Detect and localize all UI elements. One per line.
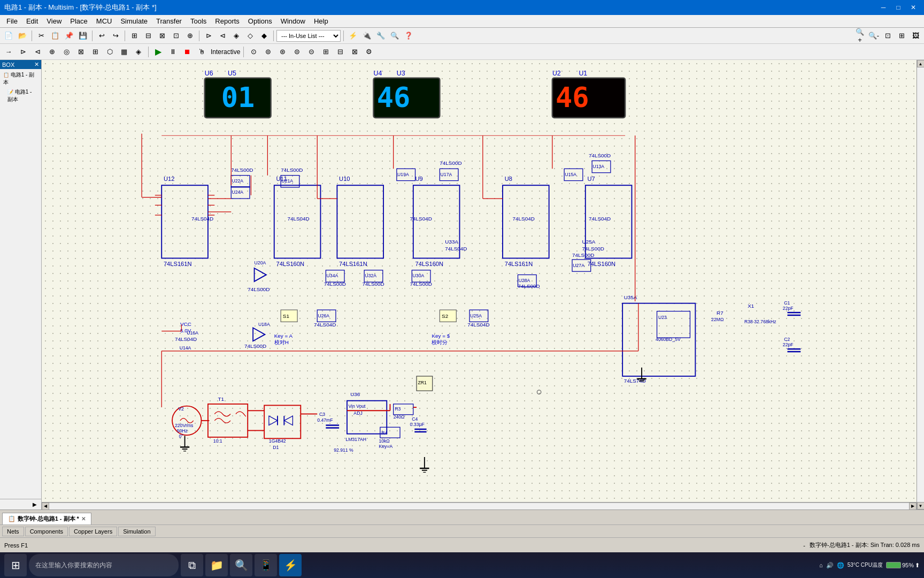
svg-text:U28A: U28A [519,278,530,283]
tb-s6[interactable]: ⊞ [89,45,102,58]
new-btn[interactable]: 📄 [2,29,15,42]
sim-btn1[interactable]: ⊙ [247,45,260,58]
tb-icon8[interactable]: ◈ [230,29,243,42]
tb-icon4[interactable]: ⊡ [170,29,182,42]
title-bar: 电路1 - 副本 - Multisim - [数字钟-总电路1 - 副本 *] … [0,0,924,15]
tb-icon12[interactable]: 🔌 [360,29,373,42]
sidebar-item-circuit1[interactable]: 📋 电路1 - 副本 [1,70,40,87]
interactive-mode-btn[interactable]: 🖱 [195,45,208,58]
tb-s1[interactable]: ⊳ [17,45,29,58]
sim-btn2[interactable]: ⊚ [261,45,274,58]
app-btn[interactable]: ⚡ [279,554,302,576]
scroll-right-btn[interactable]: ▶ [909,503,917,510]
undo-btn[interactable]: ↩ [95,29,108,42]
scroll-down-btn[interactable]: ▼ [917,502,925,509]
tb-s8[interactable]: ▦ [118,45,130,58]
scroll-track[interactable] [49,503,909,509]
tb-s9[interactable]: ◈ [132,45,145,58]
paste-btn[interactable]: 📌 [63,29,75,42]
menu-transfer[interactable]: Transfer [152,15,186,27]
svg-text:92.911 %: 92.911 % [334,447,353,453]
sim-btn9[interactable]: ⚙ [363,45,375,58]
tab-main[interactable]: 📋 数字钟-总电路1 - 副本 * ✕ [2,513,91,524]
stop-btn[interactable]: ⏹ [181,45,194,58]
maximize-button[interactable]: □ [892,2,905,13]
task-view-btn[interactable]: ⧉ [181,554,203,576]
redo-btn[interactable]: ↪ [109,29,122,42]
search-btn[interactable]: 🔍 [230,554,252,576]
tb-icon3[interactable]: ⊠ [156,29,168,42]
sim-btn3[interactable]: ⊛ [276,45,289,58]
zoom-area-btn[interactable]: ⊞ [895,29,908,42]
svg-rect-126 [208,404,248,437]
tab-close-icon[interactable]: ✕ [81,516,86,522]
search-taskbar-btn[interactable]: 在这里输入你要搜索的内容 [29,554,179,576]
btm-tab-copper[interactable]: Copper Layers [69,527,117,536]
tb-icon1[interactable]: ⊞ [128,29,141,42]
tb-icon6[interactable]: ⊳ [202,29,215,42]
btm-tab-nets[interactable]: Nets [2,527,24,536]
sidebar-item-circuit1-sub[interactable]: 📝 电路1 - 副本 [1,87,40,104]
menu-options[interactable]: Options [244,15,276,27]
tb-icon15[interactable]: ❓ [402,29,415,42]
tray-icon1[interactable]: ⌂ [819,562,823,568]
scroll-up-btn[interactable]: ▲ [917,60,925,67]
tb-s4[interactable]: ◎ [60,45,73,58]
run-btn[interactable]: ▶ [152,45,165,58]
zoom-out-btn[interactable]: 🔍- [867,29,880,42]
tb-icon11[interactable]: ⚡ [346,29,359,42]
zoom-custom-btn[interactable]: 🖼 [909,29,922,42]
sim-btn7[interactable]: ⊟ [334,45,346,58]
canvas-area[interactable]: 01 U6 U5 46 U4 U3 46 U2 U1 U12 74LS161N [42,60,917,509]
sim-btn6[interactable]: ⊞ [319,45,332,58]
file-explorer-btn[interactable]: 📁 [205,554,228,576]
in-use-list[interactable]: --- In-Use List --- [276,30,341,42]
tb-s7[interactable]: ⬡ [103,45,116,58]
tb-s5[interactable]: ⊠ [74,45,87,58]
sidebar-arrow-btn[interactable]: ▶ [30,500,39,509]
phone-btn[interactable]: 📱 [255,554,277,576]
menu-tools[interactable]: Tools [186,15,211,27]
tb-arrow[interactable]: → [2,45,15,58]
scroll-v-track[interactable] [917,67,924,502]
tb-icon10[interactable]: ◆ [258,29,271,42]
sim-btn5[interactable]: ⊝ [305,45,318,58]
tray-icon3[interactable]: 🌐 [837,562,844,569]
menu-simulate[interactable]: Simulate [116,15,152,27]
tb-icon2[interactable]: ⊟ [142,29,155,42]
zoom-fit-btn[interactable]: ⊡ [881,29,894,42]
menu-reports[interactable]: Reports [211,15,244,27]
btm-tab-simulation[interactable]: Simulation [118,527,155,536]
sim-btn8[interactable]: ⊠ [348,45,361,58]
close-button[interactable]: ✕ [907,2,920,13]
pause-btn[interactable]: ⏸ [166,45,179,58]
start-button[interactable]: ⊞ [4,554,27,576]
menu-edit[interactable]: Edit [22,15,42,27]
minimize-button[interactable]: ─ [877,2,890,13]
copy-btn[interactable]: 📋 [49,29,61,42]
tb-icon5[interactable]: ⊕ [183,29,196,42]
tb-s3[interactable]: ⊕ [45,45,58,58]
svg-text:74LS00D: 74LS00D [281,167,303,173]
tb-s2[interactable]: ⊲ [31,45,44,58]
tb-icon9[interactable]: ◇ [244,29,257,42]
cut-btn[interactable]: ✂ [35,29,48,42]
menu-mcu[interactable]: MCU [92,15,117,27]
open-btn[interactable]: 📂 [16,29,29,42]
scroll-left-btn[interactable]: ◀ [42,503,49,510]
sim-btn4[interactable]: ⊜ [290,45,303,58]
tray-icon2[interactable]: 🔊 [826,562,834,569]
zoom-in-btn[interactable]: 🔍+ [853,29,866,42]
btm-tab-components[interactable]: Components [25,527,68,536]
menu-view[interactable]: View [42,15,66,27]
tb-icon14[interactable]: 🔍 [388,29,401,42]
tb-icon7[interactable]: ⊲ [216,29,229,42]
save-btn[interactable]: 💾 [76,29,89,42]
menu-file[interactable]: File [2,15,22,27]
tb-icon13[interactable]: 🔧 [374,29,387,42]
menu-help[interactable]: Help [310,15,333,27]
sidebar-close-icon[interactable]: ✕ [34,61,39,68]
menu-window[interactable]: Window [276,15,310,27]
menu-place[interactable]: Place [66,15,92,27]
right-scrollbar[interactable]: ▲ ▼ [917,60,924,509]
